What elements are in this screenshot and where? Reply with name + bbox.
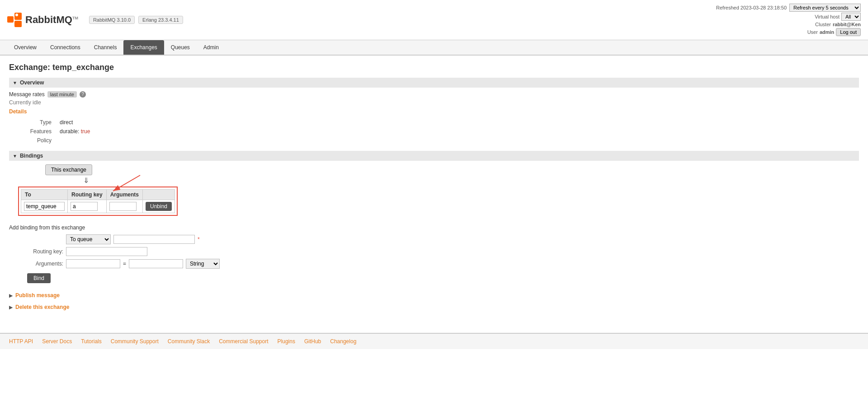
svg-rect-0	[7, 16, 14, 23]
nav-admin[interactable]: Admin	[197, 40, 226, 55]
binding-routing-key-input[interactable]	[71, 202, 98, 211]
this-exchange-button[interactable]: This exchange	[45, 164, 92, 175]
publish-arrow-icon: ▶	[9, 293, 13, 298]
footer-plugins[interactable]: Plugins	[278, 338, 295, 345]
nav-exchanges[interactable]: Exchanges	[123, 40, 164, 55]
overview-content: Message rates last minute ? Currently id…	[9, 91, 859, 145]
exchange-name: temp_exchange	[52, 63, 114, 72]
user-value: admin	[820, 29, 834, 35]
table-row: Unbind	[21, 200, 175, 213]
bindings-content: This exchange ⇓ To Routing	[9, 164, 859, 283]
delete-label: Delete this exchange	[15, 304, 69, 310]
type-row: Type direct	[19, 118, 94, 126]
col-routing-key: Routing key	[68, 190, 107, 200]
footer-tutorials[interactable]: Tutorials	[81, 338, 102, 345]
add-binding-title: Add binding from this exchange	[9, 224, 859, 231]
bindings-table-header-row: To Routing key Arguments	[21, 190, 175, 200]
binding-action-cell: Unbind	[143, 200, 175, 213]
svg-line-5	[113, 175, 140, 191]
header: RabbitMQTM RabbitMQ 3.10.0 Erlang 23.3.4…	[0, 0, 868, 40]
svg-rect-2	[14, 21, 22, 27]
page-title-prefix: Exchange:	[9, 63, 50, 72]
routing-key-input[interactable]	[66, 247, 147, 256]
arguments-key-input[interactable]	[66, 259, 120, 268]
required-star: *	[198, 236, 200, 243]
rabbitmq-logo-icon	[7, 13, 22, 27]
rabbitmq-version: RabbitMQ 3.10.0	[89, 16, 135, 24]
policy-row: Policy	[19, 136, 94, 145]
arguments-value-input[interactable]	[129, 259, 183, 268]
cluster-row: Cluster rabbit@Ken	[815, 22, 861, 27]
footer-community-support[interactable]: Community Support	[111, 338, 159, 345]
footer-http-api[interactable]: HTTP API	[9, 338, 33, 345]
nav-queues[interactable]: Queues	[164, 40, 197, 55]
delete-section: ▶ Delete this exchange	[9, 302, 859, 312]
vhost-select[interactable]: All	[841, 13, 861, 21]
idle-text: Currently idle	[9, 99, 859, 106]
footer-github[interactable]: GitHub	[304, 338, 321, 345]
logo-tm: TM	[72, 16, 78, 20]
refresh-select[interactable]: Refresh every 5 secondsRefresh every 10 …	[789, 4, 861, 12]
svg-rect-1	[14, 13, 22, 20]
cluster-value: rabbit@Ken	[833, 22, 861, 27]
footer-community-slack[interactable]: Community Slack	[168, 338, 210, 345]
refresh-row: Refreshed 2023-03-28 23:18:50 Refresh ev…	[716, 4, 861, 12]
overview-section-header[interactable]: ▼ Overview	[9, 78, 859, 88]
to-queue-select[interactable]: To queue To exchange	[66, 234, 111, 244]
publish-label: Publish message	[15, 292, 60, 299]
binding-arguments-input[interactable]	[109, 202, 137, 211]
message-rates-badge: last minute	[47, 91, 77, 98]
red-arrow-icon	[108, 173, 145, 196]
message-rates-label: Message rates	[9, 91, 45, 98]
details-table: Type direct Features durable: true Polic…	[18, 117, 94, 145]
features-value: durable: true	[56, 127, 94, 135]
bindings-section-label: Bindings	[20, 153, 43, 159]
nav-channels[interactable]: Channels	[87, 40, 124, 55]
main-content: Exchange: temp_exchange ▼ Overview Messa…	[0, 56, 868, 319]
footer-changelog[interactable]: Changelog	[330, 338, 356, 345]
footer-server-docs[interactable]: Server Docs	[42, 338, 72, 345]
bindings-section-header[interactable]: ▼ Bindings	[9, 151, 859, 161]
footer-commercial-support[interactable]: Commercial Support	[219, 338, 268, 345]
routing-key-label: Routing key:	[18, 248, 63, 255]
nav-connections[interactable]: Connections	[43, 40, 87, 55]
routing-key-row: Routing key:	[18, 247, 859, 256]
overview-arrow-icon: ▼	[13, 80, 17, 85]
publish-section: ▶ Publish message	[9, 290, 859, 300]
binding-routing-key-cell	[68, 200, 107, 213]
col-action	[143, 190, 175, 200]
details-label[interactable]: Details	[9, 108, 859, 115]
arguments-type-select[interactable]: String Number Boolean	[186, 259, 220, 269]
nav: OverviewConnectionsChannelsExchangesQueu…	[0, 40, 868, 56]
overview-section-label: Overview	[20, 79, 44, 86]
delete-arrow-icon: ▶	[9, 305, 13, 310]
bind-button[interactable]: Bind	[27, 273, 51, 283]
nav-overview[interactable]: Overview	[7, 40, 43, 55]
bindings-table: To Routing key Arguments	[21, 189, 175, 213]
equals-sign: =	[123, 261, 126, 267]
footer: HTTP APIServer DocsTutorialsCommunity Su…	[0, 333, 868, 349]
publish-section-header[interactable]: ▶ Publish message	[9, 290, 859, 300]
arguments-row: Arguments: = String Number Boolean	[18, 259, 859, 269]
to-queue-row: To queue To exchange *	[18, 234, 859, 244]
type-label: Type	[19, 118, 55, 126]
features-label: Features	[19, 127, 55, 135]
binding-form: To queue To exchange * Routing key: Argu…	[18, 234, 859, 283]
help-icon[interactable]: ?	[80, 91, 86, 98]
binding-arguments-cell	[106, 200, 142, 213]
vhost-row: Virtual host All	[815, 13, 861, 21]
to-queue-input[interactable]	[113, 235, 195, 244]
refreshed-timestamp: Refreshed 2023-03-28 23:18:50	[716, 5, 787, 10]
delete-section-header[interactable]: ▶ Delete this exchange	[9, 302, 859, 312]
header-right: Refreshed 2023-03-28 23:18:50 Refresh ev…	[716, 4, 861, 36]
page-title: Exchange: temp_exchange	[9, 63, 859, 72]
user-row: User admin Log out	[807, 28, 861, 36]
logout-button[interactable]: Log out	[836, 28, 861, 36]
durable-value: true	[81, 128, 90, 135]
logo-area: RabbitMQTM RabbitMQ 3.10.0 Erlang 23.3.4…	[7, 13, 183, 27]
bindings-table-outer: To Routing key Arguments	[18, 187, 178, 216]
binding-to-cell	[21, 200, 68, 213]
binding-to-input[interactable]	[24, 202, 65, 211]
svg-point-3	[15, 14, 18, 16]
unbind-button[interactable]: Unbind	[146, 202, 172, 211]
